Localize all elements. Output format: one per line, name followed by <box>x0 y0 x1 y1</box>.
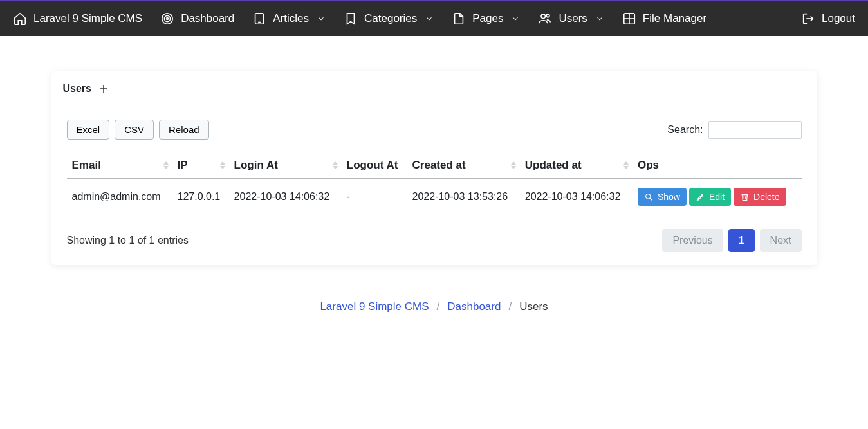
page-1-button[interactable]: 1 <box>728 229 755 252</box>
csv-button[interactable]: CSV <box>115 120 154 140</box>
previous-button[interactable]: Previous <box>662 229 723 252</box>
table-footer: Showing 1 to 1 of 1 entries Previous 1 N… <box>51 215 817 252</box>
sort-icon <box>333 161 338 170</box>
sort-icon <box>623 161 629 170</box>
sort-icon <box>511 161 516 170</box>
breadcrumb-current: Users <box>519 300 548 313</box>
nav-logout-label: Logout <box>822 12 855 25</box>
nav-pages[interactable]: Pages <box>452 12 520 26</box>
breadcrumb-sep: / <box>508 300 512 313</box>
sort-icon <box>220 161 225 170</box>
card-title: Users <box>63 83 91 95</box>
target-icon <box>160 12 174 26</box>
svg-point-0 <box>162 14 173 24</box>
cell-updated-at: 2022-10-03 14:06:32 <box>520 179 633 215</box>
col-ops: Ops <box>633 152 802 179</box>
breadcrumb: Laravel 9 Simple CMS / Dashboard / Users <box>51 300 817 313</box>
svg-marker-22 <box>623 166 629 169</box>
logout-icon <box>801 12 815 26</box>
nav-file-manager-label: File Manager <box>643 12 706 25</box>
chevron-down-icon <box>595 14 604 23</box>
breadcrumb-dashboard[interactable]: Dashboard <box>447 300 501 313</box>
col-ip[interactable]: IP <box>172 152 229 179</box>
nav-categories-label: Categories <box>364 12 417 25</box>
svg-marker-20 <box>511 166 516 169</box>
chevron-down-icon <box>511 14 520 23</box>
delete-button[interactable]: Delete <box>734 188 786 206</box>
nav-dashboard[interactable]: Dashboard <box>160 12 234 26</box>
col-email[interactable]: Email <box>67 152 172 179</box>
svg-point-23 <box>645 194 651 199</box>
chevron-down-icon <box>317 14 326 23</box>
nav-categories[interactable]: Categories <box>344 12 434 26</box>
next-button[interactable]: Next <box>760 229 802 252</box>
search-icon <box>644 192 654 202</box>
svg-marker-16 <box>220 166 225 169</box>
users-icon <box>538 12 552 26</box>
card-header: Users <box>51 71 817 104</box>
home-icon <box>13 12 27 26</box>
svg-line-24 <box>650 198 652 200</box>
table-row: admin@admin.com 127.0.0.1 2022-10-03 14:… <box>67 179 802 215</box>
nav-logout[interactable]: Logout <box>801 12 855 26</box>
users-card: Users Excel CSV Reload Search: Email IP … <box>51 71 817 265</box>
svg-point-6 <box>547 14 550 17</box>
pencil-icon <box>696 192 705 202</box>
cell-login-at: 2022-10-03 14:06:32 <box>229 179 342 215</box>
nav-articles-label: Articles <box>273 12 309 25</box>
cell-ip: 127.0.0.1 <box>172 179 229 215</box>
nav-file-manager[interactable]: File Manager <box>622 12 706 26</box>
tablet-icon <box>252 12 266 26</box>
svg-marker-14 <box>163 166 169 169</box>
col-logout-at[interactable]: Logout At <box>342 152 407 179</box>
svg-marker-13 <box>163 161 169 165</box>
users-table: Email IP Login At Logout At Created at U… <box>67 152 802 215</box>
breadcrumb-home[interactable]: Laravel 9 Simple CMS <box>320 300 429 313</box>
file-icon <box>452 12 466 26</box>
sort-icon <box>163 161 169 170</box>
top-navbar: Laravel 9 Simple CMS Dashboard Articles … <box>0 0 868 36</box>
col-created-at[interactable]: Created at <box>407 152 520 179</box>
cell-email: admin@admin.com <box>67 179 172 215</box>
chevron-down-icon <box>425 14 434 23</box>
svg-point-1 <box>165 15 171 21</box>
add-user-button[interactable] <box>98 83 109 95</box>
svg-marker-19 <box>511 161 516 165</box>
show-button[interactable]: Show <box>638 188 687 206</box>
nav-dashboard-label: Dashboard <box>181 12 234 25</box>
excel-button[interactable]: Excel <box>67 120 110 140</box>
entries-info: Showing 1 to 1 of 1 entries <box>67 235 189 246</box>
svg-point-5 <box>541 14 545 18</box>
nav-users[interactable]: Users <box>538 12 604 26</box>
search-input[interactable] <box>708 121 802 139</box>
nav-articles[interactable]: Articles <box>252 12 326 26</box>
cell-created-at: 2022-10-03 13:53:26 <box>407 179 520 215</box>
col-updated-at[interactable]: Updated at <box>520 152 633 179</box>
svg-marker-21 <box>623 161 629 165</box>
svg-point-2 <box>167 18 169 20</box>
col-login-at[interactable]: Login At <box>229 152 342 179</box>
svg-marker-17 <box>333 161 338 165</box>
svg-marker-15 <box>220 161 225 165</box>
breadcrumb-sep: / <box>437 300 440 313</box>
svg-marker-18 <box>333 166 338 169</box>
cell-logout-at: - <box>342 179 407 215</box>
search-label: Search: <box>667 124 703 136</box>
nav-pages-label: Pages <box>472 12 503 25</box>
grid-icon <box>622 12 636 26</box>
brand-link[interactable]: Laravel 9 Simple CMS <box>13 12 142 26</box>
reload-button[interactable]: Reload <box>159 120 209 140</box>
bookmark-icon <box>344 12 358 26</box>
trash-icon <box>740 192 750 202</box>
toolbar: Excel CSV Reload Search: <box>51 104 817 146</box>
brand-label: Laravel 9 Simple CMS <box>33 12 142 25</box>
nav-users-label: Users <box>559 12 587 25</box>
pagination: Previous 1 Next <box>662 229 801 252</box>
edit-button[interactable]: Edit <box>689 188 731 206</box>
